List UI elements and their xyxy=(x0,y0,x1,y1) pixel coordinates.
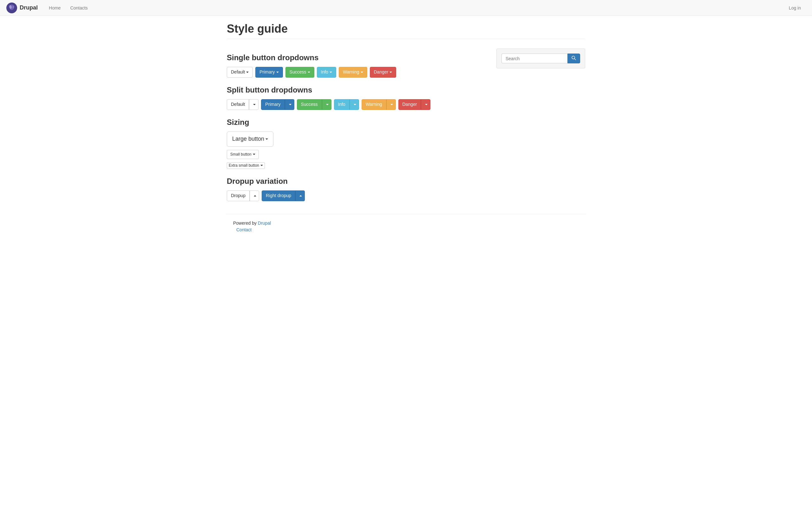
single-dropdowns-row: Default Primary Success Info Warning xyxy=(227,67,487,78)
split-group-warning: Warning xyxy=(362,99,396,110)
single-btn-default[interactable]: Default xyxy=(227,67,253,78)
main-content: Single button dropdowns Default Primary … xyxy=(227,45,487,201)
caret-up-icon xyxy=(299,195,302,196)
dropup-row: Dropup Right dropup xyxy=(227,190,487,201)
split-btn-danger-caret[interactable] xyxy=(421,99,430,110)
split-group-danger: Danger xyxy=(398,99,431,110)
dropup-title: Dropup variation xyxy=(227,177,487,186)
split-btn-info-caret[interactable] xyxy=(350,99,359,110)
caret-icon xyxy=(308,72,310,73)
caret-icon xyxy=(329,72,332,73)
navbar-right: Log in xyxy=(784,5,806,10)
caret-up-icon xyxy=(254,195,256,196)
split-btn-warning-caret[interactable] xyxy=(386,99,396,110)
nav-item-home[interactable]: Home xyxy=(44,1,65,15)
dropup-btn-primary-caret[interactable] xyxy=(295,190,305,201)
split-btn-success-caret[interactable] xyxy=(322,99,332,110)
caret-icon xyxy=(246,72,249,73)
single-btn-danger[interactable]: Danger xyxy=(370,67,397,78)
footer-drupal-link[interactable]: Drupal xyxy=(258,221,271,226)
dropup-group-primary: Right dropup xyxy=(262,190,305,201)
navbar-brand[interactable]: Drupal xyxy=(6,3,38,13)
caret-icon xyxy=(391,104,393,105)
small-button[interactable]: Small button xyxy=(227,150,259,159)
footer: Powered by Drupal Contact xyxy=(227,214,585,239)
search-input[interactable] xyxy=(502,54,567,63)
search-box xyxy=(496,49,585,68)
split-btn-default-main[interactable]: Default xyxy=(227,99,249,110)
main-container: Style guide Single button dropdowns Defa… xyxy=(220,16,592,245)
single-btn-warning[interactable]: Warning xyxy=(339,67,367,78)
caret-icon xyxy=(390,72,392,73)
single-btn-info[interactable]: Info xyxy=(317,67,336,78)
navbar-nav: Home Contacts xyxy=(44,1,93,15)
footer-powered-by: Powered by Drupal xyxy=(227,221,585,226)
svg-line-5 xyxy=(574,59,576,60)
footer-contact-wrapper: Contact xyxy=(227,227,585,232)
dropup-btn-default-main[interactable]: Dropup xyxy=(227,190,250,201)
dropup-btn-primary-main[interactable]: Right dropup xyxy=(262,190,295,201)
nav-item-contacts[interactable]: Contacts xyxy=(65,1,92,15)
caret-icon xyxy=(260,165,263,166)
sidebar xyxy=(496,45,585,201)
split-dropdowns-row: Default Primary Success xyxy=(227,99,487,110)
caret-icon xyxy=(425,104,427,105)
nav-link-home[interactable]: Home xyxy=(44,1,65,15)
split-dropdowns-title: Split button dropdowns xyxy=(227,86,487,95)
split-btn-danger-main[interactable]: Danger xyxy=(398,99,421,110)
caret-icon xyxy=(361,72,363,73)
xsmall-button[interactable]: Extra small button xyxy=(227,162,265,169)
caret-icon xyxy=(276,72,279,73)
single-dropdowns-title: Single button dropdowns xyxy=(227,53,487,62)
login-link[interactable]: Log in xyxy=(784,1,806,15)
sizing-section: Large button Small button Extra small bu… xyxy=(227,131,487,169)
search-button[interactable] xyxy=(567,54,580,63)
search-input-group xyxy=(502,54,580,63)
navbar-brand-text: Drupal xyxy=(20,4,38,11)
caret-icon xyxy=(253,104,256,105)
navbar: Drupal Home Contacts Log in xyxy=(0,0,812,16)
caret-icon xyxy=(265,138,268,140)
single-btn-primary[interactable]: Primary xyxy=(255,67,283,78)
split-btn-info-main[interactable]: Info xyxy=(334,99,350,110)
footer-contact-link[interactable]: Contact xyxy=(236,227,252,232)
split-btn-warning-main[interactable]: Warning xyxy=(362,99,386,110)
split-group-default: Default xyxy=(227,99,258,110)
split-group-info: Info xyxy=(334,99,359,110)
search-icon xyxy=(571,56,576,60)
split-btn-default-caret[interactable] xyxy=(249,99,258,110)
caret-icon xyxy=(253,154,255,155)
split-btn-primary-main[interactable]: Primary xyxy=(261,99,285,110)
split-btn-success-main[interactable]: Success xyxy=(297,99,322,110)
dropup-group-default: Dropup xyxy=(227,190,259,201)
split-group-success: Success xyxy=(297,99,332,110)
large-button[interactable]: Large button xyxy=(227,131,273,147)
caret-icon xyxy=(289,104,292,105)
content-area: Single button dropdowns Default Primary … xyxy=(227,45,585,201)
sizing-title: Sizing xyxy=(227,118,487,127)
caret-icon xyxy=(354,104,356,105)
dropup-btn-default-caret[interactable] xyxy=(250,190,259,201)
caret-icon xyxy=(326,104,328,105)
single-btn-success[interactable]: Success xyxy=(286,67,314,78)
split-btn-primary-caret[interactable] xyxy=(285,99,294,110)
drupal-logo xyxy=(6,3,17,13)
page-title: Style guide xyxy=(227,22,585,39)
nav-link-contacts[interactable]: Contacts xyxy=(65,1,92,15)
split-group-primary: Primary xyxy=(261,99,294,110)
